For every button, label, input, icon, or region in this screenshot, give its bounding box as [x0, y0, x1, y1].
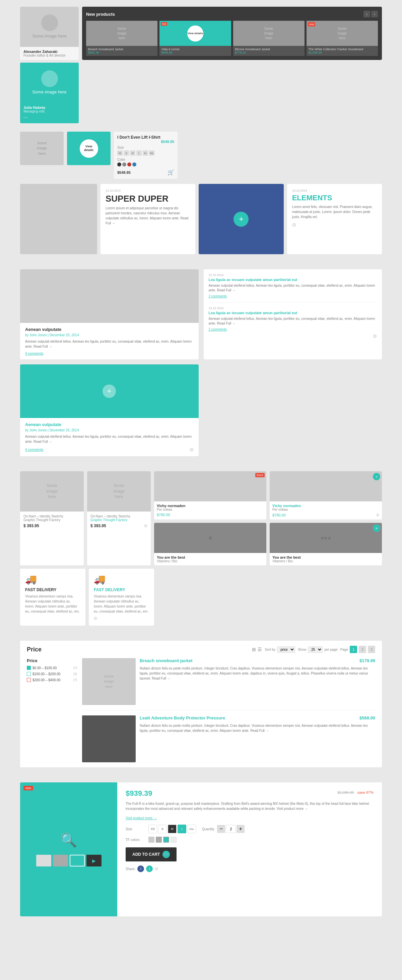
delivery-title-1: FAST DELIVERY — [25, 587, 80, 592]
thumb-1[interactable] — [36, 855, 51, 867]
team-card-1-info: Alexander Zaharaki Founder editor & Art … — [20, 47, 79, 60]
team-cards-column: Some image here Alexander Zaharaki Found… — [20, 7, 79, 123]
size-option-row: Size XS S M 1 XXL Quantity − 2 + — [126, 825, 373, 833]
sale-card-1-price: $780.00 — [157, 513, 264, 517]
sort-select[interactable]: price — [277, 646, 295, 653]
color-gray[interactable] — [122, 162, 126, 167]
qty-minus[interactable]: − — [217, 825, 225, 833]
show-select[interactable]: 25 — [308, 646, 322, 653]
blog-right-comments-2[interactable]: 2 comments — [209, 328, 377, 331]
blog-card-2-img: + — [20, 364, 199, 418]
page-label: Page — [340, 648, 348, 651]
size-btn-s[interactable]: S — [158, 825, 167, 833]
delivery-title-2: FAST DELIVERY — [94, 587, 149, 592]
size-xl[interactable]: XL — [143, 150, 148, 156]
color-dots — [117, 162, 174, 167]
color-blue[interactable] — [132, 162, 136, 167]
product-4-name: The White Collection Tracker Snowboard — [308, 48, 376, 51]
hot-badge: hot — [161, 22, 167, 26]
size-btn-m[interactable]: M — [168, 825, 177, 833]
blog-right-title-1: Lea ligula ac iecuam vulputate amun part… — [209, 278, 377, 282]
page-btn-1[interactable]: 1 — [350, 646, 357, 653]
page-btn-2[interactable]: 2 — [359, 646, 366, 653]
thumb-video[interactable]: ▶ — [86, 855, 102, 867]
shop-prod-2-header: Leatt Adventure Body Protector Pressure … — [140, 715, 375, 721]
sale-card-3-img: ⊞ — [154, 523, 266, 553]
blog-card-1-img — [20, 269, 199, 323]
color-red[interactable] — [127, 162, 131, 167]
color-swatch-4[interactable] — [171, 837, 177, 843]
sale-card-4-body: You are the best Vitamins / Bio — [270, 553, 382, 565]
section-products-delivery: Someimagehere On:Nam – Identity Sketchy … — [0, 468, 402, 629]
size-btn-1[interactable]: 1 — [177, 825, 186, 833]
cart-icon-detail: 🛒 — [163, 851, 170, 858]
size-m[interactable]: M — [130, 150, 136, 156]
prod-detail-link[interactable]: Visit product more → — [126, 816, 157, 820]
product-1-price: $391.35 — [88, 51, 155, 54]
divider-4 — [0, 771, 402, 779]
product-3-name: Bitcore Snowboard Jacket — [235, 48, 303, 51]
nav-arrows: ‹ › — [364, 11, 378, 18]
color-swatch-1[interactable] — [148, 837, 155, 843]
delivery-card-2: 🚚 FAST DELIVERY Vivamus elementum vamps … — [89, 569, 154, 626]
list-view-icon[interactable]: ☰ — [258, 647, 262, 652]
search-icon: 🔍 — [60, 832, 77, 848]
share-row: Share: f t ⊙ — [126, 865, 373, 872]
sort-by-label: Sort by — [265, 648, 275, 651]
sale-card-3: ⊞ You are the best Vitamins / Bio — [154, 523, 266, 565]
blog-card-1-comments[interactable]: 4 comments — [25, 352, 194, 355]
shop-prod-1-desc: Nullam dictum felis eu pede mollis preti… — [140, 666, 375, 681]
add-to-cart-label: ADD TO CART — [132, 852, 160, 857]
product-card-teal-view: Viewdetails — [67, 132, 110, 165]
prod-hover-2-cursor: ⊙ — [144, 523, 147, 528]
sale-card-4-img: + ⊞ ⊞ ⊞ — [270, 523, 382, 553]
page-btn-3[interactable]: 3 — [368, 646, 375, 653]
size-btn-xxl[interactable]: XXL — [187, 825, 196, 833]
filter-range-2: $100.00 – $200.00 — [32, 672, 60, 676]
cart-icon[interactable]: 🛒 — [168, 169, 174, 175]
product-card-gray-1-img: Someimagehere — [20, 132, 64, 165]
filter-item-1: $0.00 – $100.00 (7) — [27, 666, 77, 670]
add-to-cart-btn[interactable]: ADD TO CART 🛒 — [126, 847, 177, 861]
size-btn-xs[interactable]: XS — [148, 825, 157, 833]
tw-share-btn[interactable]: t — [146, 865, 153, 872]
cart-icon-2[interactable]: + — [373, 473, 380, 480]
blog-card-1-excerpt: Aenean vulputat eleifend tellus. Aenean … — [25, 339, 194, 349]
thumb-2[interactable] — [53, 855, 68, 867]
view-details-btn[interactable]: View details — [187, 25, 203, 41]
team-card-1: Some image here Alexander Zaharaki Found… — [20, 7, 79, 60]
prev-arrow[interactable]: ‹ — [364, 11, 370, 18]
size-xxl[interactable]: XXL — [149, 150, 155, 156]
promo-date-1: 13.10.2014 — [105, 189, 190, 192]
cart-icon-4[interactable]: + — [373, 525, 380, 532]
size-l[interactable]: L — [136, 150, 142, 156]
checkbox-3[interactable] — [27, 678, 31, 682]
grid-view-icon[interactable]: ⊞ — [252, 647, 256, 652]
blog-card-2-body: Aenean vulputate by John Jones | Decembe… — [20, 418, 199, 456]
shop-prod-2-price: $568.00 — [359, 715, 375, 721]
section-product-detail: new 🔍 ▶ $939.39 $2,386.00 save 67% The F… — [20, 783, 382, 916]
shop-show-controls: Show 25 per page — [298, 646, 338, 653]
plus-btn[interactable]: + — [233, 212, 249, 227]
next-arrow[interactable]: › — [371, 11, 378, 18]
new-products-header: New products ‹ › — [86, 11, 378, 18]
delivery-text-2: Vivamus elementum vamps risa. Aenean vul… — [94, 594, 149, 614]
sale-card-1-name: Vichy normaden — [157, 504, 264, 508]
qty-plus[interactable]: + — [236, 825, 244, 833]
checkbox-1[interactable] — [27, 666, 31, 670]
color-swatch-2[interactable] — [156, 837, 162, 843]
view-details-btn-2[interactable]: Viewdetails — [80, 139, 98, 158]
blog-card-2-comments[interactable]: 4 comments — [25, 448, 43, 452]
blog-right-comments-1[interactable]: 2 comments — [209, 294, 377, 298]
shop-prod-1-name: Breach snowboard jacket — [140, 658, 193, 663]
size-xs[interactable]: XS — [117, 150, 123, 156]
checkbox-2[interactable] — [27, 672, 31, 676]
color-swatch-3[interactable] — [163, 837, 169, 843]
promo-title-1: SUPER DUPER — [105, 194, 190, 203]
color-black[interactable] — [117, 162, 121, 167]
thumb-3[interactable] — [70, 855, 85, 867]
sale-card-1-body: Vichy normaden Per onkea $780.00 — [154, 501, 266, 519]
fb-share-btn[interactable]: f — [137, 865, 144, 872]
size-s[interactable]: S — [124, 150, 129, 156]
prod-hover-2-subtitle2: Graphic Thought Factory — [91, 518, 147, 522]
